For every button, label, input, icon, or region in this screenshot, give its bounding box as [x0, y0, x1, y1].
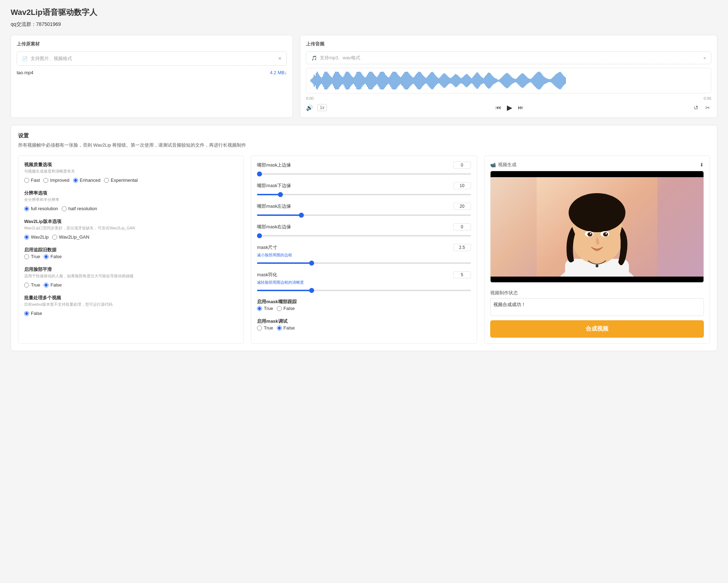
waveform-bar — [395, 72, 395, 89]
track-history-group: 启用追踪旧数据 True False — [24, 247, 238, 259]
quality-experimental[interactable]: Experimental — [104, 178, 138, 183]
smooth-false[interactable]: False — [44, 282, 62, 288]
mask-right-slider[interactable] — [257, 235, 471, 236]
batch-process-group: 批量处理多个视频 目前webui版本暂不支持批量处理，您可运行源代码 False — [24, 295, 238, 316]
settings-desc: 所有视频帧中必须都有一张脸，否则 Wav2Lip 将报错。第一次使用，请测试音频… — [18, 142, 710, 148]
waveform-bar — [516, 78, 517, 83]
track-true[interactable]: True — [24, 254, 40, 259]
mouth-track-true[interactable]: True — [257, 306, 273, 311]
forward-btn[interactable]: ⏭ — [516, 104, 525, 111]
waveform-bar — [369, 72, 370, 89]
version-wav2lip[interactable]: Wav2Lip — [24, 234, 49, 240]
waveform-bar — [521, 73, 522, 88]
waveform-bar — [486, 75, 487, 87]
svg-point-13 — [596, 265, 598, 267]
track-false[interactable]: False — [44, 254, 62, 259]
waveform-bar — [471, 78, 472, 83]
svg-point-11 — [590, 233, 591, 234]
waveform-bar — [314, 75, 314, 87]
waveform-bar — [527, 77, 527, 84]
generate-btn[interactable]: 合成视频 — [490, 320, 704, 338]
svg-point-12 — [606, 233, 607, 234]
waveform-bar — [475, 75, 475, 87]
volume-icon[interactable]: 🔊 — [306, 104, 313, 111]
mouth-tracking-options: True False — [257, 306, 471, 311]
waveform-bar — [479, 74, 480, 87]
video-quality-options: Fast Improved Enhanced Experimental — [24, 178, 238, 183]
waveform-bar — [530, 79, 531, 82]
waveform-bar — [514, 78, 515, 83]
audio-time-row: 0:00 0:06 — [306, 96, 711, 100]
batch-process-options: False — [24, 311, 238, 316]
quality-fast[interactable]: Fast — [24, 178, 40, 183]
source-close-btn[interactable]: × — [278, 55, 281, 62]
mask-bottom-slider[interactable] — [257, 194, 471, 195]
batch-process-desc: 目前webui版本暂不支持批量处理，您可运行源代码 — [24, 302, 238, 307]
waveform-bar — [531, 78, 532, 83]
waveform-bar — [470, 77, 471, 84]
mask-feather-slider[interactable] — [257, 290, 471, 291]
waveform-bar — [421, 73, 422, 88]
waveform-bar — [416, 74, 417, 87]
waveform-bar — [449, 77, 450, 84]
waveform-bar — [336, 72, 337, 89]
waveform-bar — [448, 77, 449, 85]
mask-size-slider[interactable] — [257, 262, 471, 264]
mask-top-slider[interactable] — [257, 173, 471, 175]
waveform-bar — [425, 77, 425, 84]
quality-enhanced[interactable]: Enhanced — [73, 178, 101, 183]
video-quality-title: 视频质量选项 — [24, 162, 238, 168]
waveform-bar — [562, 74, 563, 87]
waveform-bar — [333, 75, 334, 86]
mask-feather-group: mask羽化 5 减轻脸部周围边框的清晰度 — [257, 271, 471, 292]
cut-btn[interactable]: ✂ — [704, 104, 711, 111]
loop-btn[interactable]: ↺ — [692, 104, 700, 111]
waveform-bar — [488, 72, 489, 89]
resolution-title: 分辨率选项 — [24, 190, 238, 196]
svg-point-6 — [569, 193, 625, 232]
mask-debug-true[interactable]: True — [257, 325, 273, 331]
waveform-bar — [520, 74, 521, 87]
source-drop-area[interactable]: 📄 支持图片、视频格式 × — [17, 51, 287, 66]
res-full[interactable]: full resolution — [24, 206, 58, 211]
waveform-bar — [409, 73, 409, 88]
waveform-bar — [414, 77, 415, 85]
waveform-bar — [367, 75, 368, 87]
speed-button[interactable]: 1x — [317, 104, 327, 111]
waveform-bar — [549, 79, 550, 82]
smooth-true[interactable]: True — [24, 282, 40, 288]
mid-column: 嘴部mask上边缘 0 嘴部mask下边缘 10 嘴部mask左边缘 20 — [251, 156, 477, 344]
waveform-bar — [379, 74, 379, 87]
source-file-size: 4.2 MB↓ — [270, 70, 287, 75]
waveform-bar — [378, 76, 378, 86]
waveform-bar — [437, 77, 438, 84]
mask-debug-false[interactable]: False — [277, 325, 295, 331]
version-gan[interactable]: Wav2Lip_GAN — [52, 234, 89, 240]
waveform-bar — [324, 72, 325, 89]
waveform-bar — [545, 77, 546, 84]
mask-left-slider[interactable] — [257, 214, 471, 216]
waveform-bar — [328, 73, 328, 88]
waveform-bar — [360, 72, 360, 89]
rewind-btn[interactable]: ⏮ — [494, 104, 503, 111]
waveform-bar — [361, 72, 361, 89]
res-half[interactable]: half resolution — [62, 206, 97, 211]
waveform-bar — [392, 73, 392, 89]
batch-false[interactable]: False — [24, 311, 42, 316]
waveform-bar — [511, 76, 511, 85]
waveform-bar — [501, 77, 502, 84]
waveform-bar — [372, 72, 373, 89]
quality-improved[interactable]: Improved — [43, 178, 69, 183]
waveform-bar — [383, 72, 384, 89]
waveform-bar — [445, 73, 445, 88]
waveform-bar — [400, 77, 401, 84]
download-icon[interactable]: ⬇ — [700, 162, 704, 168]
waveform-bar — [439, 77, 440, 84]
waveform-bar — [440, 76, 441, 85]
waveform-bar — [524, 74, 524, 87]
audio-drop-area[interactable]: 🎵 支持mp3、wav格式 × — [306, 51, 711, 64]
audio-close-btn[interactable]: × — [703, 55, 706, 61]
mouth-track-false[interactable]: False — [277, 306, 295, 311]
status-section: 视频制作状态 视频合成成功！ — [490, 290, 704, 316]
play-btn[interactable]: ▶ — [507, 103, 512, 112]
